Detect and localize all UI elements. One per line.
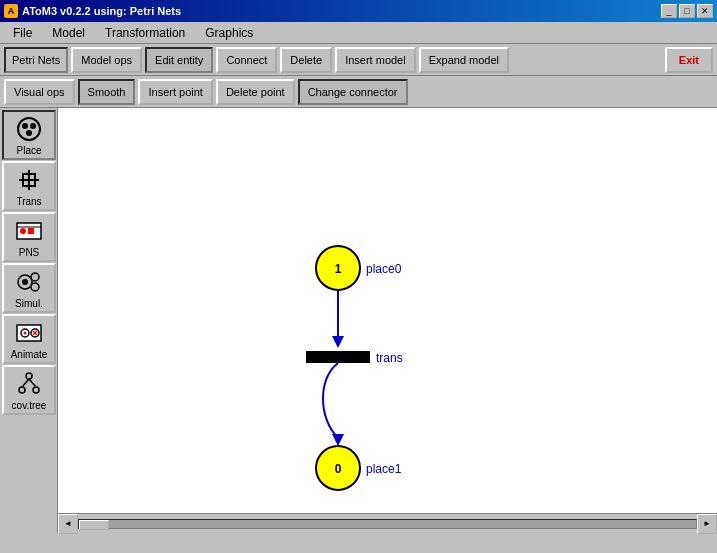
scroll-right-button[interactable]: ►: [697, 514, 717, 534]
svg-point-8: [20, 228, 26, 234]
menu-file[interactable]: File: [4, 23, 41, 43]
petri-net-canvas: 1 place0 trans 0 place1: [58, 108, 717, 513]
svg-marker-30: [332, 336, 344, 348]
svg-point-14: [31, 283, 39, 291]
svg-text:trans: trans: [376, 351, 403, 365]
canvas-area[interactable]: 1 place0 trans 0 place1: [58, 108, 717, 513]
delete-point-button[interactable]: Delete point: [216, 79, 295, 105]
insert-model-button[interactable]: Insert model: [335, 47, 416, 73]
svg-point-21: [26, 373, 32, 379]
svg-point-12: [22, 279, 28, 285]
title-bar-left: A AToM3 v0.2.2 using: Petri Nets: [4, 4, 181, 18]
menu-model[interactable]: Model: [43, 23, 94, 43]
svg-point-1: [22, 123, 28, 129]
svg-line-25: [29, 379, 36, 387]
petri-nets-label: Petri Nets: [4, 47, 68, 73]
exit-button[interactable]: Exit: [665, 47, 713, 73]
menu-graphics[interactable]: Graphics: [196, 23, 262, 43]
sidebar-trans-label: Trans: [16, 196, 41, 207]
sidebar-simul-button[interactable]: Simul.: [2, 263, 56, 313]
insert-point-button[interactable]: Insert point: [138, 79, 212, 105]
menu-bar: File Model Transformation Graphics: [0, 22, 717, 44]
minimize-button[interactable]: _: [661, 4, 677, 18]
delete-button[interactable]: Delete: [280, 47, 332, 73]
svg-point-23: [33, 387, 39, 393]
scroll-thumb[interactable]: [79, 520, 109, 530]
sidebar-pns-label: PNS: [19, 247, 40, 258]
place-icon: [15, 115, 43, 143]
app-title: AToM3 v0.2.2 using: Petri Nets: [22, 5, 181, 17]
scroll-track[interactable]: [78, 519, 697, 529]
horizontal-scrollbar: ◄ ►: [58, 513, 717, 533]
title-bar-controls: _ □ ✕: [661, 4, 713, 18]
covtree-icon: [15, 370, 43, 398]
svg-text:place0: place0: [366, 262, 402, 276]
sidebar-pns-button[interactable]: PNS: [2, 212, 56, 262]
sidebar: Place Trans PNS: [0, 108, 58, 533]
sidebar-place-label: Place: [16, 145, 41, 156]
sidebar-simul-label: Simul.: [15, 298, 43, 309]
menu-transformation[interactable]: Transformation: [96, 23, 194, 43]
expand-model-button[interactable]: Expand model: [419, 47, 509, 73]
sidebar-place-button[interactable]: Place: [2, 110, 56, 160]
change-connector-button[interactable]: Change connector: [298, 79, 408, 105]
svg-line-24: [22, 379, 29, 387]
svg-point-17: [24, 331, 27, 334]
svg-point-13: [31, 273, 39, 281]
close-button[interactable]: ✕: [697, 4, 713, 18]
sidebar-animate-button[interactable]: Animate: [2, 314, 56, 364]
svg-text:0: 0: [335, 462, 342, 476]
model-ops-button[interactable]: Model ops: [71, 47, 142, 73]
app-icon: A: [4, 4, 18, 18]
svg-rect-9: [28, 228, 34, 234]
svg-text:1: 1: [335, 262, 342, 276]
sidebar-covtree-button[interactable]: cov.tree: [2, 365, 56, 415]
svg-point-3: [26, 130, 32, 136]
scroll-left-button[interactable]: ◄: [58, 514, 78, 534]
svg-point-2: [30, 123, 36, 129]
toolbar-row-2: Visual ops Smooth Insert point Delete po…: [0, 76, 717, 108]
title-bar: A AToM3 v0.2.2 using: Petri Nets _ □ ✕: [0, 0, 717, 22]
main-area: Place Trans PNS: [0, 108, 717, 533]
maximize-button[interactable]: □: [679, 4, 695, 18]
sidebar-trans-button[interactable]: Trans: [2, 161, 56, 211]
animate-icon: [15, 319, 43, 347]
connect-button[interactable]: Connect: [216, 47, 277, 73]
pns-icon: [15, 217, 43, 245]
trans-icon: [15, 166, 43, 194]
sidebar-animate-label: Animate: [11, 349, 48, 360]
svg-point-0: [18, 118, 40, 140]
svg-text:place1: place1: [366, 462, 402, 476]
simul-icon: [15, 268, 43, 296]
svg-marker-33: [332, 434, 344, 446]
toolbar-row-1: Petri Nets Model ops Edit entity Connect…: [0, 44, 717, 76]
svg-rect-31: [306, 351, 370, 363]
sidebar-covtree-label: cov.tree: [12, 400, 47, 411]
visual-ops-button[interactable]: Visual ops: [4, 79, 75, 105]
smooth-button[interactable]: Smooth: [78, 79, 136, 105]
svg-point-22: [19, 387, 25, 393]
canvas-container: 1 place0 trans 0 place1 ◄: [58, 108, 717, 533]
edit-entity-button[interactable]: Edit entity: [145, 47, 213, 73]
